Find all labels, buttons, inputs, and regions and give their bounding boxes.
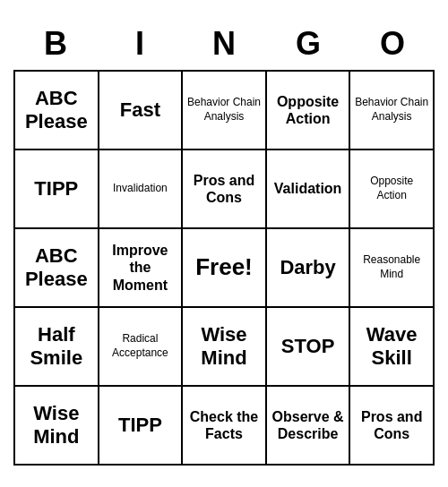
cell-text: Check the Facts [186,408,262,442]
cell-text: Observe & Describe [271,408,346,442]
cell-text: Pros and Cons [186,172,262,206]
bingo-cell: Invalidation [99,150,184,229]
cell-text: Behavior Chain Analysis [354,96,429,124]
cell-text: Radical Acceptance [103,332,178,360]
cell-text: Opposite Action [354,175,429,202]
bingo-cell: Behavior Chain Analysis [350,72,435,150]
header-letter: G [266,21,350,66]
cell-text: ABC Please [19,244,94,292]
cell-text: Behavior Chain Analysis [186,96,262,124]
cell-text: Wise Mind [19,402,94,449]
bingo-cell: Free! [183,229,267,308]
cell-text: Free! [195,253,253,281]
cell-text: TIPP [34,177,78,201]
bingo-cell: Opposite Action [350,150,435,229]
bingo-cell: Wise Mind [183,308,267,387]
cell-text: Half Smile [19,323,94,371]
bingo-cell: Validation [267,150,351,229]
header-letter: N [182,21,266,66]
bingo-cell: Pros and Cons [350,387,435,466]
bingo-cell: Wise Mind [15,387,99,466]
bingo-cell: Fast [99,72,184,150]
bingo-cell: Behavior Chain Analysis [183,72,267,150]
cell-text: Fast [120,98,160,122]
bingo-cell: Darby [267,229,351,308]
bingo-cell: Pros and Cons [183,150,267,229]
cell-text: Reasonable Mind [354,253,429,281]
header-letter: B [13,21,98,66]
header-letter: I [98,21,182,66]
bingo-grid: ABC PleaseFastBehavior Chain AnalysisOpp… [13,70,435,466]
bingo-cell: Half Smile [15,308,99,387]
cell-text: TIPP [118,414,162,437]
bingo-cell: Radical Acceptance [99,308,184,387]
cell-text: Opposite Action [271,93,346,127]
cell-text: ABC Please [19,87,94,134]
cell-text: STOP [281,335,335,358]
bingo-cell: STOP [267,308,351,387]
cell-text: Invalidation [113,182,168,196]
bingo-cell: TIPP [99,387,184,466]
cell-text: Pros and Cons [354,408,429,442]
cell-text: Darby [280,256,335,279]
cell-text: Validation [274,180,342,197]
bingo-cell: Opposite Action [267,72,351,150]
bingo-cell: ABC Please [15,229,99,308]
header-letter: O [350,21,435,66]
bingo-cell: Wave Skill [350,308,435,387]
bingo-cell: ABC Please [15,72,99,150]
bingo-cell: Check the Facts [183,387,267,466]
cell-text: Improve the Moment [103,242,178,294]
bingo-cell: Reasonable Mind [350,229,435,308]
bingo-card: BINGO ABC PleaseFastBehavior Chain Analy… [13,21,435,466]
bingo-cell: Observe & Describe [267,387,351,466]
bingo-header: BINGO [13,21,435,66]
bingo-cell: TIPP [15,150,99,229]
bingo-cell: Improve the Moment [99,229,184,308]
cell-text: Wave Skill [354,323,429,371]
cell-text: Wise Mind [186,323,262,371]
